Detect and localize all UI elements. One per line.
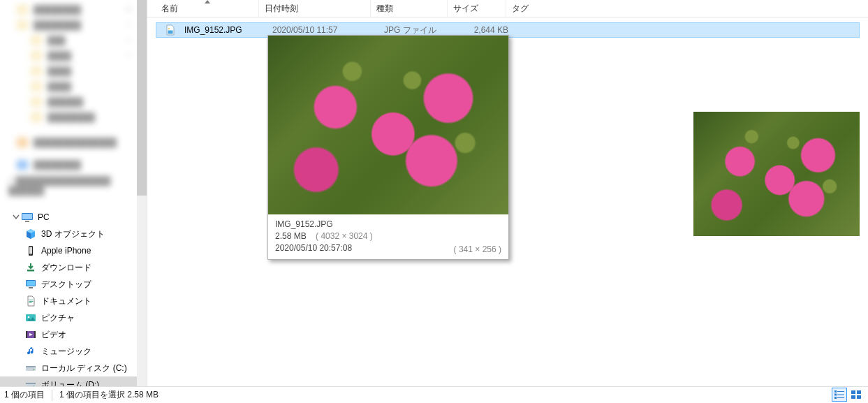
file-type: JPG ファイル	[378, 24, 455, 36]
status-selection: 1 個の項目を選択 2.58 MB	[59, 389, 159, 401]
svg-rect-7	[29, 247, 32, 254]
svg-rect-38	[857, 395, 861, 399]
tree-item-pictures[interactable]: ピクチャ	[0, 309, 147, 326]
tree-item-3d[interactable]: 3D オブジェクト	[0, 226, 147, 242]
svg-rect-14	[29, 301, 34, 302]
phone-icon	[24, 245, 37, 256]
col-type[interactable]: 種類	[371, 0, 448, 17]
tree-pc-label: PC	[38, 212, 50, 222]
preview-tooltip-image	[268, 36, 508, 214]
svg-point-23	[34, 369, 35, 370]
cube-icon	[24, 228, 37, 240]
col-name[interactable]: 名前	[156, 0, 259, 17]
svg-rect-15	[29, 302, 32, 303]
svg-rect-22	[26, 366, 36, 367]
tree-item-iphone[interactable]: Apple iPhone	[0, 242, 147, 259]
desktop-icon	[24, 279, 37, 290]
preview-tooltip: IMG_9152.JPG 2.58 MB ( 4032 × 3024 ) 202…	[267, 35, 509, 260]
svg-point-17	[28, 316, 30, 318]
svg-point-1	[127, 38, 131, 42]
svg-rect-4	[22, 214, 32, 219]
file-name: IMG_9152.JPG	[179, 25, 267, 35]
svg-rect-37	[851, 395, 855, 399]
tree-item-downloads[interactable]: ダウンロード	[0, 259, 147, 276]
sidebar-scrollbar-thumb[interactable]	[137, 0, 147, 196]
tree-item-ddrive[interactable]: ボリューム (D:)	[0, 376, 147, 386]
quick-access-blurred: ████████ ████████ ███ ████ ████ ████ ███…	[0, 0, 147, 193]
tooltip-thumbdims: ( 341 × 256 )	[454, 244, 501, 256]
picture-icon	[24, 312, 37, 323]
doc-icon	[24, 295, 37, 307]
disk-icon	[24, 379, 37, 386]
col-size[interactable]: サイズ	[448, 0, 506, 17]
disk-icon	[24, 362, 37, 374]
svg-rect-25	[26, 383, 36, 384]
status-count: 1 個の項目	[4, 389, 45, 401]
status-bar: 1 個の項目 1 個の項目を選択 2.58 MB	[0, 386, 868, 403]
view-thumbnails-button[interactable]	[848, 388, 864, 402]
svg-rect-19	[26, 331, 27, 338]
svg-point-0	[127, 23, 131, 27]
file-date: 2020/05/10 11:57	[267, 25, 378, 35]
tree-item-documents[interactable]: ドキュメント	[0, 293, 147, 309]
svg-rect-34	[837, 397, 844, 398]
svg-rect-12	[29, 287, 33, 288]
status-separator	[52, 390, 52, 401]
tree-item-videos[interactable]: ビデオ	[0, 326, 147, 343]
svg-rect-35	[851, 390, 855, 394]
svg-rect-27	[168, 31, 173, 34]
svg-rect-5	[25, 221, 29, 222]
col-date[interactable]: 日付時刻	[259, 0, 371, 17]
nav-tree: PC 3D オブジェクト Apple iPhone ダウンロード デスクトップ …	[0, 209, 147, 386]
svg-rect-32	[837, 395, 844, 395]
tree-item-music[interactable]: ミュージック	[0, 343, 147, 360]
jpg-file-icon	[165, 24, 176, 36]
svg-point-8	[30, 254, 31, 255]
tree-item-cdrive[interactable]: ローカル ディスク (C:)	[0, 360, 147, 376]
column-headers: 名前 日付時刻 種類 サイズ タグ	[147, 0, 868, 17]
svg-rect-30	[837, 391, 844, 392]
download-icon	[24, 262, 37, 273]
music-icon	[24, 346, 37, 357]
tooltip-filesize: 2.58 MB	[275, 231, 307, 241]
svg-rect-31	[834, 394, 837, 396]
details-pane-thumbnail	[693, 112, 860, 236]
svg-rect-33	[834, 397, 837, 399]
svg-point-28	[168, 28, 170, 29]
video-icon	[24, 329, 37, 340]
svg-rect-36	[857, 390, 861, 394]
svg-rect-9	[27, 270, 34, 272]
tree-pc[interactable]: PC	[0, 209, 147, 226]
view-switcher	[832, 388, 864, 402]
tooltip-filename: IMG_9152.JPG	[275, 219, 501, 230]
svg-rect-20	[34, 331, 36, 338]
tooltip-resolution: ( 4032 × 3024 )	[316, 231, 373, 241]
svg-rect-13	[29, 300, 34, 300]
sidebar-scrollbar[interactable]	[137, 0, 147, 386]
svg-rect-11	[27, 281, 35, 286]
svg-point-2	[127, 54, 131, 57]
view-details-button[interactable]	[832, 388, 847, 402]
sidebar: ████████ ████████ ███ ████ ████ ████ ███…	[0, 0, 147, 386]
tree-item-desktop[interactable]: デスクトップ	[0, 276, 147, 293]
svg-rect-29	[834, 390, 837, 393]
file-size: 2,644 KB	[455, 25, 514, 35]
col-tags[interactable]: タグ	[506, 0, 590, 17]
main-pane: 名前 日付時刻 種類 サイズ タグ IMG_9152.JPG 2020/05/1…	[147, 0, 868, 386]
